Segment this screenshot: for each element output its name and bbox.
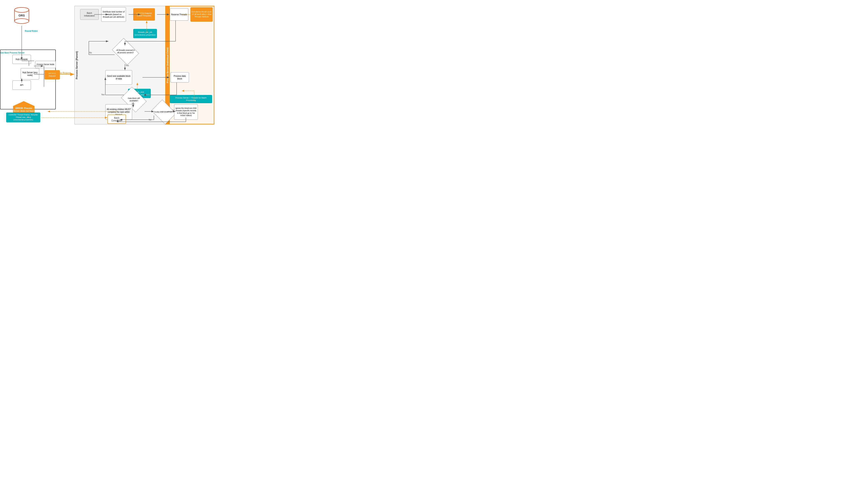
api-box: API: [12, 80, 31, 90]
ps-child-label: Process Server (Individual Child): [166, 47, 169, 83]
yes-label-data: Yes: [101, 93, 104, 96]
process-data-block-box: Process data block: [170, 72, 189, 83]
yes-label-threads: Yes: [126, 64, 129, 66]
diamond-label3: Is any child timed-out?: [154, 110, 173, 114]
ps-threads-batch-box: Process Server > Threads for Batch Proce…: [170, 95, 212, 103]
no-label-threads: No: [89, 51, 92, 54]
cumulative-thread-box: Cumulative thread count (of all batch jo…: [190, 7, 213, 22]
process-server-node-box: Process Server Node: [35, 61, 56, 68]
svg-point-44: [14, 18, 29, 24]
batch-completion-box: Batch Completion: [108, 115, 126, 124]
reserve-threads-box: Reserve Threads: [170, 8, 188, 21]
all-threads-reserved-diamond: All threads reserved in all process serv…: [115, 43, 136, 60]
hub-server-box: Hub Server (any node): [21, 68, 39, 79]
svg-point-45: [14, 8, 29, 12]
http-request-box: HTTP(S) Request: [44, 70, 60, 79]
cleanse-request-label: Cleanse Request: [54, 72, 71, 74]
send-next-block-box: Send next available block of data: [105, 70, 132, 85]
batch-init-box: Batch Initialization: [80, 9, 99, 20]
controller-thread-box: Controller Thread timeout, Recycler Thre…: [6, 113, 40, 122]
hub-console-box: Hub Console: [12, 55, 31, 64]
ps-parent-label: Process Server (Parent): [75, 51, 78, 79]
diamond-label: All threads reserved in all process serv…: [115, 49, 136, 54]
https-batch-request-box: HTTP(S) Request (Batch Request): [133, 8, 155, 21]
child-timeout-diamond: Is any child timed-out?: [154, 104, 173, 120]
diamond-label2: Data block still available?: [124, 97, 144, 102]
ps-parent-label-container: Process Server (Parent): [75, 6, 79, 124]
svg-text:ORS: ORS: [18, 14, 25, 17]
no-label-child: No: [149, 119, 152, 121]
round-robin-label: Round Robin: [25, 30, 38, 32]
diagram: ORS Round Robin Get Next Process Server …: [0, 0, 215, 126]
no-label-data: No: [132, 103, 134, 105]
ors-cylinder: ORS: [13, 6, 30, 25]
threads-per-job-box: threads_per_job (cmxcleanse.properties): [133, 29, 157, 38]
distribute-threads-box: Distribute total number of threads (base…: [101, 7, 126, 22]
ignore-timed-out-box: Ignore the timed-out child threads (Spec…: [174, 104, 198, 120]
